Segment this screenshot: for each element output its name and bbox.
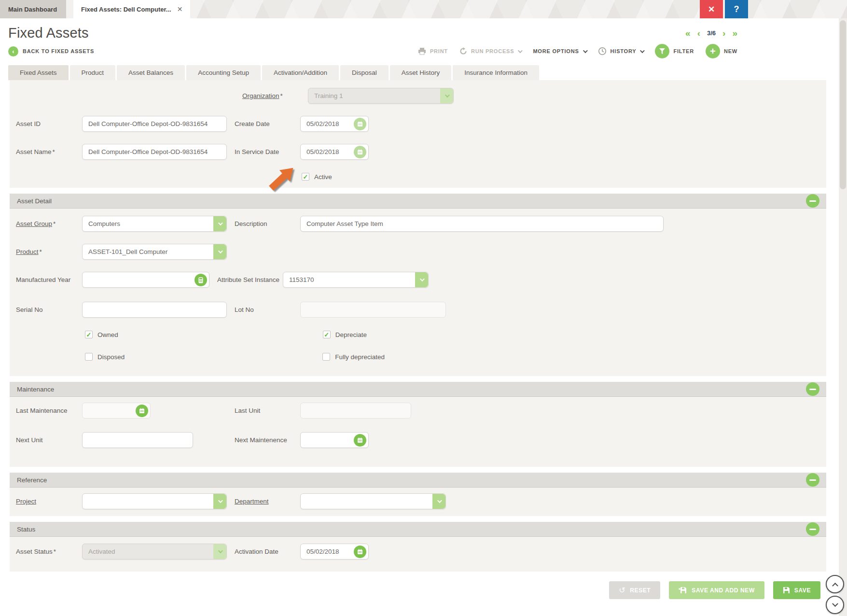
clock-icon [598, 47, 607, 56]
asset-id-input[interactable] [82, 116, 227, 132]
collapse-section-button[interactable] [806, 194, 819, 208]
next-maintenence-label: Next Maintenence [235, 435, 300, 445]
owned-checkbox[interactable]: ✓ [85, 331, 93, 338]
serial-no-input[interactable] [82, 302, 227, 318]
collapse-section-button[interactable] [806, 522, 819, 536]
save-and-add-new-button[interactable]: SAVE AND ADD NEW [669, 581, 764, 599]
attribute-set-instance-select[interactable]: 1153170 [283, 272, 429, 288]
serial-no-label: Serial No [16, 305, 82, 315]
print-label: PRINT [430, 48, 448, 54]
product-label: Product* [16, 247, 82, 257]
asset-group-value: Computers [88, 220, 120, 227]
lot-no-label: Lot No [235, 305, 300, 315]
organization-value: Training 1 [314, 92, 343, 99]
lot-no-input[interactable] [300, 302, 446, 318]
calendar-icon[interactable] [354, 434, 366, 447]
asset-status-select[interactable]: Activated [82, 544, 227, 560]
tab-asset-balances[interactable]: Asset Balances [117, 65, 185, 80]
calendar-icon[interactable] [354, 546, 366, 558]
fully-depreciated-checkbox[interactable]: ✓ [322, 353, 330, 361]
tab-fixed-assets[interactable]: Fixed Assets [8, 65, 69, 80]
product-select[interactable]: ASSET-101_Dell Computer [82, 244, 227, 260]
calculator-icon[interactable] [194, 274, 207, 286]
organization-dropdown-button[interactable] [440, 88, 453, 103]
tab-fixed-assets-document[interactable]: Fixed Assets: Dell Computer... ✕ [73, 0, 190, 18]
asset-name-input[interactable] [82, 144, 227, 160]
chevron-down-icon [832, 601, 838, 607]
depreciate-label: Depreciate [335, 331, 367, 338]
close-window-button[interactable]: ✕ [700, 0, 723, 18]
scroll-up-button[interactable] [826, 575, 844, 593]
product-dropdown-button[interactable] [213, 244, 226, 259]
last-record-icon[interactable]: » [732, 28, 737, 38]
printer-icon [418, 47, 426, 55]
collapse-section-button[interactable] [806, 473, 819, 487]
chevron-down-icon [640, 48, 645, 53]
tab-main-dashboard[interactable]: Main Dashboard [0, 0, 66, 18]
reset-button[interactable]: ↺ RESET [609, 581, 660, 599]
organization-label: Organization* [242, 91, 308, 101]
scrollbar-thumb[interactable] [840, 20, 846, 189]
previous-record-icon[interactable]: ‹ [697, 28, 700, 38]
department-dropdown-button[interactable] [432, 494, 445, 509]
description-input[interactable] [300, 216, 664, 232]
maintenance-title: Maintenance [17, 386, 54, 393]
back-to-fixed-assets-link[interactable]: ‹ BACK TO FIXED ASSETS [8, 46, 94, 56]
create-date-field [300, 116, 369, 132]
asset-status-dropdown-button[interactable] [213, 544, 226, 559]
tab-insurance-information[interactable]: Insurance Information [453, 65, 539, 80]
save-and-add-new-label: SAVE AND ADD NEW [692, 587, 755, 594]
annotation-arrow [266, 159, 306, 195]
collapse-section-button[interactable] [806, 382, 819, 396]
save-button[interactable]: SAVE [773, 581, 820, 599]
disposed-label: Disposed [97, 353, 125, 361]
last-unit-input[interactable] [300, 403, 411, 419]
attribute-set-instance-dropdown-button[interactable] [415, 272, 428, 287]
filter-button[interactable]: FILTER [655, 44, 694, 58]
next-unit-label: Next Unit [16, 435, 82, 445]
run-process-button[interactable]: RUN PROCESS [459, 47, 521, 55]
depreciate-checkbox[interactable]: ✓ [323, 331, 331, 338]
filter-label: FILTER [673, 48, 694, 54]
calendar-icon[interactable] [354, 146, 366, 158]
tab-disposal[interactable]: Disposal [340, 65, 389, 80]
help-button[interactable]: ? [725, 0, 748, 18]
new-button[interactable]: + NEW [706, 44, 737, 58]
disposed-checkbox[interactable]: ✓ [85, 353, 93, 361]
project-select[interactable] [82, 493, 227, 509]
calendar-icon[interactable] [136, 405, 148, 417]
more-options-button[interactable]: MORE OPTIONS [533, 48, 586, 54]
tab-main-dashboard-label: Main Dashboard [8, 6, 57, 13]
next-unit-input[interactable] [82, 432, 193, 448]
chevron-down-icon [218, 249, 223, 253]
first-record-icon[interactable]: « [685, 28, 691, 38]
tab-activation-addition[interactable]: Activation/Addition [262, 65, 339, 80]
status-title: Status [17, 526, 35, 533]
organization-select[interactable]: Training 1 [308, 88, 454, 104]
asset-group-select[interactable]: Computers [82, 216, 227, 232]
project-dropdown-button[interactable] [213, 494, 226, 509]
chevron-down-icon [218, 548, 223, 553]
tab-product[interactable]: Product [70, 65, 116, 80]
scroll-down-button[interactable] [826, 596, 844, 614]
chevron-down-icon [518, 48, 523, 53]
tab-close-icon[interactable]: ✕ [177, 5, 183, 13]
department-select[interactable] [300, 493, 446, 509]
calendar-icon[interactable] [354, 118, 366, 130]
tab-asset-history[interactable]: Asset History [390, 65, 452, 80]
asset-status-value: Activated [88, 548, 115, 555]
print-button[interactable]: PRINT [418, 47, 448, 55]
fully-depreciated-label: Fully depreciated [335, 353, 385, 361]
asset-id-label: Asset ID [16, 119, 82, 129]
asset-group-dropdown-button[interactable] [213, 216, 226, 231]
check-icon: ✓ [324, 332, 329, 338]
manufactured-year-input[interactable] [83, 272, 209, 287]
asset-status-label: Asset Status* [16, 546, 82, 557]
status-section: Status Asset Status* Activated Activatio… [10, 522, 826, 572]
vertical-scrollbar[interactable] [839, 18, 847, 616]
history-button[interactable]: HISTORY [598, 47, 644, 56]
tab-accounting-setup[interactable]: Accounting Setup [186, 65, 261, 80]
next-record-icon[interactable]: › [722, 28, 725, 38]
footer-actions: ↺ RESET SAVE AND ADD NEW SAVE [10, 572, 826, 599]
last-unit-label: Last Unit [235, 406, 300, 416]
